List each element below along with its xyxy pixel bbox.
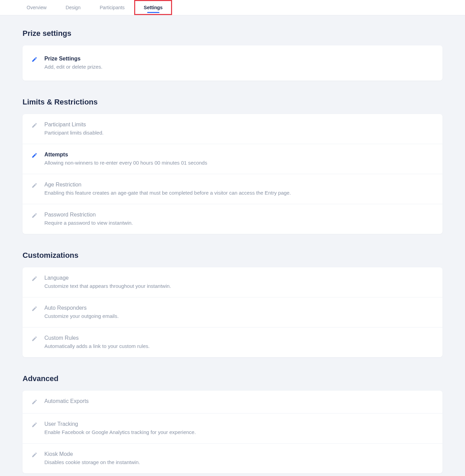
row-sub: Customize your outgoing emails.: [44, 312, 434, 320]
row-sub: Disables cookie storage on the instantwi…: [44, 459, 434, 466]
page-content: Prize settings Prize Settings Add, edit …: [23, 15, 442, 476]
row-title: Prize Settings: [44, 56, 434, 62]
row-automatic-exports[interactable]: Automatic Exports: [23, 391, 442, 413]
section-heading-advanced: Advanced: [23, 374, 442, 383]
row-sub: Participant limits disabled.: [44, 129, 434, 136]
card-advanced: Automatic Exports User Tracking Enable F…: [23, 391, 442, 473]
pencil-icon: [31, 399, 38, 405]
pencil-icon: [31, 212, 38, 219]
card-limits: Participant Limits Participant limits di…: [23, 114, 442, 234]
row-title: Auto Responders: [44, 305, 434, 311]
row-body: Automatic Exports: [44, 398, 434, 406]
row-body: Language Customize text that appears thr…: [44, 275, 434, 290]
row-sub: Customize text that appears throughout y…: [44, 282, 434, 290]
card-customizations: Language Customize text that appears thr…: [23, 267, 442, 357]
row-body: Custom Rules Automatically adds a link t…: [44, 335, 434, 350]
row-body: Prize Settings Add, edit or delete prize…: [44, 56, 434, 70]
row-body: Kiosk Mode Disables cookie storage on th…: [44, 451, 434, 466]
section-heading-customizations: Customizations: [23, 251, 442, 260]
section-heading-limits: Limits & Restrictions: [23, 98, 442, 107]
row-title: Language: [44, 275, 434, 281]
row-body: Age Restriction Enabling this feature cr…: [44, 182, 434, 196]
row-participant-limits[interactable]: Participant Limits Participant limits di…: [23, 114, 442, 144]
tab-participants[interactable]: Participants: [90, 0, 134, 15]
row-attempts[interactable]: Attempts Allowing non-winners to re-ente…: [23, 144, 442, 174]
tab-design[interactable]: Design: [56, 0, 90, 15]
row-body: Participant Limits Participant limits di…: [44, 122, 434, 136]
row-body: Attempts Allowing non-winners to re-ente…: [44, 152, 434, 166]
row-title: Kiosk Mode: [44, 451, 434, 457]
row-prize-settings[interactable]: Prize Settings Add, edit or delete prize…: [23, 45, 442, 81]
row-language[interactable]: Language Customize text that appears thr…: [23, 267, 442, 297]
pencil-icon: [31, 152, 38, 158]
row-password-restriction[interactable]: Password Restriction Require a password …: [23, 204, 442, 234]
pencil-icon: [31, 122, 38, 128]
row-title: Automatic Exports: [44, 398, 434, 404]
pencil-icon: [31, 336, 38, 342]
row-sub: Require a password to view instantwin.: [44, 219, 434, 226]
row-title: Password Restriction: [44, 212, 434, 218]
row-body: Auto Responders Customize your outgoing …: [44, 305, 434, 320]
row-auto-responders[interactable]: Auto Responders Customize your outgoing …: [23, 297, 442, 327]
row-title: User Tracking: [44, 421, 434, 427]
row-title: Attempts: [44, 152, 434, 158]
row-user-tracking[interactable]: User Tracking Enable Facebook or Google …: [23, 413, 442, 443]
row-sub: Add, edit or delete prizes.: [44, 63, 434, 70]
pencil-icon: [31, 306, 38, 312]
pencil-icon: [31, 422, 38, 428]
pencil-icon: [31, 182, 38, 188]
card-prize-settings: Prize Settings Add, edit or delete prize…: [23, 45, 442, 81]
row-age-restriction[interactable]: Age Restriction Enabling this feature cr…: [23, 174, 442, 204]
row-title: Participant Limits: [44, 122, 434, 128]
row-sub: Enabling this feature creates an age-gat…: [44, 189, 434, 196]
tab-overview[interactable]: Overview: [17, 0, 56, 15]
pencil-icon: [31, 276, 38, 282]
row-body: User Tracking Enable Facebook or Google …: [44, 421, 434, 436]
pencil-icon: [31, 452, 38, 458]
row-title: Age Restriction: [44, 182, 434, 188]
pencil-icon: [31, 56, 38, 62]
tabs-bar: Overview Design Participants Settings: [0, 0, 465, 15]
row-kiosk-mode[interactable]: Kiosk Mode Disables cookie storage on th…: [23, 443, 442, 473]
row-sub: Automatically adds a link to your custom…: [44, 342, 434, 350]
row-custom-rules[interactable]: Custom Rules Automatically adds a link t…: [23, 327, 442, 357]
tab-settings[interactable]: Settings: [134, 0, 172, 15]
section-heading-prize: Prize settings: [23, 29, 442, 38]
row-sub: Allowing non-winners to re-enter every 0…: [44, 159, 434, 166]
row-sub: Enable Facebook or Google Analytics trac…: [44, 429, 434, 436]
row-title: Custom Rules: [44, 335, 434, 341]
row-body: Password Restriction Require a password …: [44, 212, 434, 226]
